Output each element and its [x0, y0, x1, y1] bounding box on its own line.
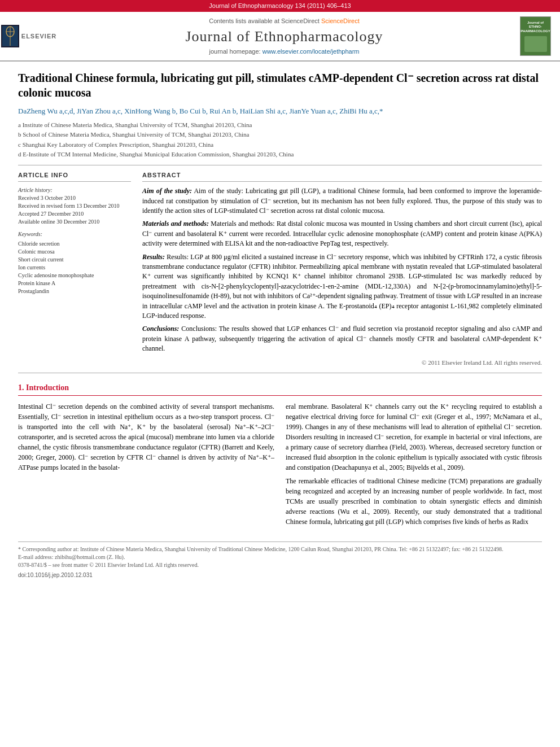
available-date: Available online 30 December 2010 — [18, 218, 131, 226]
abstract-results: Results: Results: LGP at 800 μg/ml elici… — [142, 252, 542, 321]
journal-bar: Journal of Ethnopharmacology 134 (2011) … — [0, 0, 560, 12]
intro-para-2: eral membrane. Basolateral K⁺ channels c… — [286, 401, 542, 473]
affil-d: d E-Institute of TCM Internal Medicine, … — [18, 150, 542, 159]
divider-2 — [18, 373, 542, 373]
article-info: ARTICLE INFO Article history: Received 3… — [18, 171, 131, 367]
header-center: Contents lists available at ScienceDirec… — [49, 17, 520, 56]
divider-1 — [18, 165, 542, 165]
intro-para-1: Intestinal Cl⁻ secretion depends on the … — [18, 401, 274, 473]
keyword-2: Short circuit current — [18, 256, 131, 264]
intro-col-left: Intestinal Cl⁻ secretion depends on the … — [18, 401, 274, 530]
paper-title: Traditional Chinese formula, lubricating… — [18, 71, 542, 100]
keyword-4: Cyclic adenosine monophosphate — [18, 272, 131, 279]
journal-title: Journal of Ethnopharmacology — [49, 27, 520, 47]
affil-a: a Institute of Chinese Materia Medica, S… — [18, 120, 542, 130]
homepage-url[interactable]: www.elsevier.com/locate/jethpharm — [262, 48, 360, 55]
journal-citation: Journal of Ethnopharmacology 134 (2011) … — [209, 2, 351, 9]
journal-thumbnail: Journal ofETHNO-PHARMACOLOGY — [520, 16, 551, 56]
keywords-label: Keywords: — [18, 230, 131, 238]
info-abstract-section: ARTICLE INFO Article history: Received 3… — [18, 171, 542, 367]
abstract-aim: Aim of the study: Aim of the study: Lubr… — [142, 186, 542, 216]
author-list: DaZheng Wu a,c,d, JiYan Zhou a,c, XinHon… — [18, 107, 383, 115]
abstract-label: ABSTRACT — [142, 171, 542, 182]
abstract-materials: Materials and methods: Materials and met… — [142, 219, 542, 248]
sciencedirect-link[interactable]: ScienceDirect — [321, 18, 360, 24]
paper-content: Traditional Chinese formula, lubricating… — [0, 62, 560, 588]
abstract-text: Aim of the study: Aim of the study: Lubr… — [142, 186, 542, 353]
intro-para-3: The remarkable efficacies of traditional… — [286, 476, 542, 527]
introduction-section: 1. Introduction Intestinal Cl⁻ secretion… — [18, 382, 542, 530]
revised-date: Received in revised form 13 December 201… — [18, 202, 131, 210]
sciencedirect-line: Contents lists available at ScienceDirec… — [49, 17, 520, 25]
accepted-date: Accepted 27 December 2010 — [18, 210, 131, 218]
keyword-6: Prostaglandin — [18, 287, 131, 295]
keyword-3: Ion currents — [18, 264, 131, 272]
footnote-star: * Corresponding author at: Institute of … — [18, 545, 542, 553]
intro-col-right: eral membrane. Basolateral K⁺ channels c… — [286, 401, 542, 530]
affil-c: c Shanghai Key Laboratory of Complex Pre… — [18, 140, 542, 150]
received-date: Received 3 October 2010 — [18, 194, 131, 202]
history-label: Article history: — [18, 186, 131, 194]
footnote-email: E-mail address: zhibihu@hotmail.com (Z. … — [18, 553, 542, 561]
keyword-1: Colonic mucosa — [18, 248, 131, 256]
history-block: Article history: Received 3 October 2010… — [18, 186, 131, 226]
doi-line: doi:10.1016/j.jep.2010.12.031 — [18, 571, 542, 579]
journal-header: ELSEVIER Contents lists available at Sci… — [0, 12, 560, 62]
affiliations: a Institute of Chinese Materia Medica, S… — [18, 120, 542, 159]
intro-heading: 1. Introduction — [18, 382, 542, 396]
article-info-label: ARTICLE INFO — [18, 171, 131, 182]
elsevier-logo: ELSEVIER — [9, 25, 49, 47]
journal-homepage: journal homepage: www.elsevier.com/locat… — [49, 47, 520, 56]
authors: DaZheng Wu a,c,d, JiYan Zhou a,c, XinHon… — [18, 106, 542, 117]
footnote-issn: 0378-8741/$ – see front matter © 2011 El… — [18, 561, 542, 569]
affil-b: b School of Chinese Materia Medica, Shan… — [18, 130, 542, 139]
intro-body: Intestinal Cl⁻ secretion depends on the … — [18, 401, 542, 530]
copyright: © 2011 Elsevier Ireland Ltd. All rights … — [142, 359, 542, 367]
keyword-5: Protein kinase A — [18, 279, 131, 287]
footnote-area: * Corresponding author at: Institute of … — [18, 541, 542, 579]
abstract-section: ABSTRACT Aim of the study: Aim of the st… — [142, 171, 542, 367]
keyword-0: Chloride secretion — [18, 240, 131, 248]
abstract-conclusions: Conclusions: Conclusions: The results sh… — [142, 324, 542, 353]
